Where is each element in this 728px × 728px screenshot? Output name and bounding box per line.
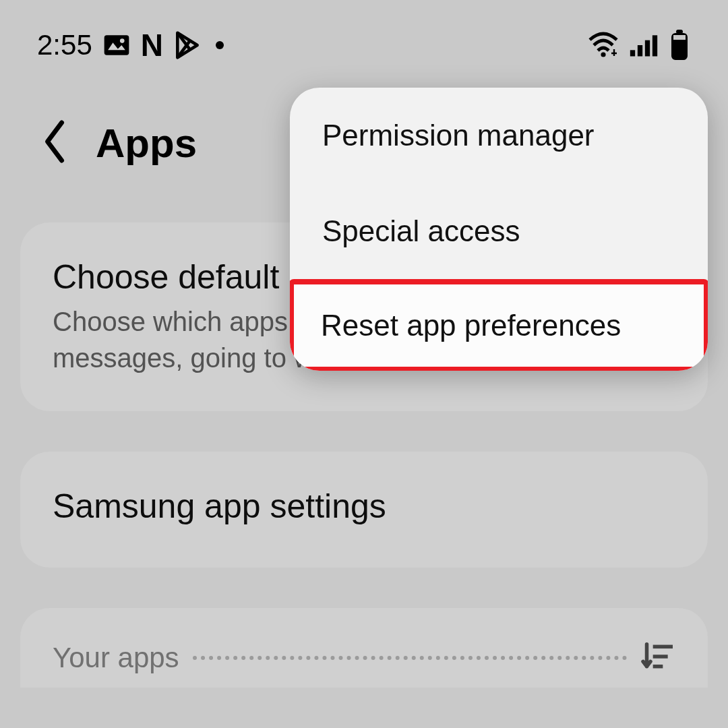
- annotation-highlight: Reset app preferences: [290, 279, 708, 371]
- menu-item-permission-manager[interactable]: Permission manager: [290, 88, 708, 183]
- menu-item-special-access[interactable]: Special access: [290, 183, 708, 279]
- menu-item-label: Special access: [322, 214, 520, 247]
- menu-item-label: Reset app preferences: [321, 309, 621, 342]
- menu-item-reset-app-preferences[interactable]: Reset app preferences: [290, 279, 708, 371]
- overflow-menu: Permission manager Special access Reset …: [290, 88, 708, 371]
- menu-item-label: Permission manager: [322, 119, 595, 152]
